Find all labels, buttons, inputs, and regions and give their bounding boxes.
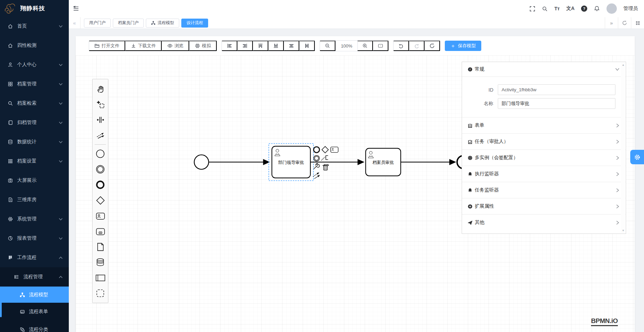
align-right-button[interactable] xyxy=(237,41,253,51)
name-input[interactable] xyxy=(498,98,615,109)
section-title: 任务（审批人） xyxy=(475,138,613,145)
gear-icon xyxy=(8,216,13,222)
align-center-vertical-button[interactable] xyxy=(299,41,315,51)
sidebar-item-label: 档案检索 xyxy=(17,100,55,106)
append-task-icon[interactable] xyxy=(331,147,338,153)
sidebar-item-four-check[interactable]: 四性检测 xyxy=(0,36,69,55)
user-task-node-archivist[interactable]: 档案员审批 xyxy=(366,148,401,176)
notification-bell-icon[interactable] xyxy=(594,6,600,12)
restart-button[interactable] xyxy=(425,41,440,51)
translate-icon[interactable]: 文A xyxy=(566,6,575,12)
append-gateway-icon[interactable] xyxy=(322,146,329,153)
data-store-shape[interactable] xyxy=(93,255,108,270)
start-event-node[interactable] xyxy=(194,155,209,169)
layout-grid-button[interactable] xyxy=(631,17,644,29)
scroll-up-icon[interactable]: ▲ xyxy=(622,63,625,66)
tabs-scroll-right-button[interactable]: » xyxy=(605,17,618,29)
sidebar-item-home[interactable]: 首页 xyxy=(0,17,69,36)
subprocess-shape[interactable] xyxy=(93,224,108,239)
hand-tool-icon[interactable] xyxy=(93,81,108,96)
sidebar-item-big-screen[interactable]: 大屏展示 xyxy=(0,171,69,190)
refresh-tab-button[interactable] xyxy=(618,17,631,29)
sidebar-item-personal-center[interactable]: 个人中心 xyxy=(0,55,69,74)
download-file-button[interactable]: 下载文件 xyxy=(125,41,162,51)
zoom-in-button[interactable] xyxy=(357,41,373,51)
panel-section-multi-instance[interactable]: 多实例（会签配置） xyxy=(462,149,626,166)
sidebar-item-archive-settings[interactable]: 档案设置 xyxy=(0,152,69,171)
fullscreen-icon[interactable] xyxy=(529,6,535,12)
simulate-button[interactable]: 模拟 xyxy=(189,41,217,51)
panel-scrollbar[interactable]: ▲ ▼ xyxy=(621,62,625,233)
sidebar-item-process-category[interactable]: 流程分类 xyxy=(0,321,69,332)
gateway-shape[interactable] xyxy=(93,193,108,208)
append-end-event-icon[interactable] xyxy=(314,147,320,153)
panel-section-other[interactable]: 其他 xyxy=(462,214,626,230)
panel-section-form[interactable]: 表单 xyxy=(462,117,626,133)
tab-user-portal[interactable]: 用户门户 xyxy=(84,19,111,28)
font-size-icon[interactable]: Tт xyxy=(554,6,559,11)
panel-section-general[interactable]: 常规 xyxy=(462,62,626,76)
undo-button[interactable] xyxy=(394,41,409,51)
zoom-out-button[interactable] xyxy=(320,41,335,51)
avatar[interactable] xyxy=(607,3,617,14)
tabs-scroll-left-button[interactable]: « xyxy=(69,17,80,29)
id-input[interactable] xyxy=(498,84,615,95)
save-model-button[interactable]: ＋ 保存模型 xyxy=(445,41,481,51)
sidebar-item-workflow[interactable]: 工作流程 xyxy=(0,248,69,267)
trash-delete-icon[interactable] xyxy=(323,165,329,170)
sidebar-item-data-statistics[interactable]: 数据统计 xyxy=(0,132,69,152)
sidebar-item-filing-management[interactable]: 归档管理 xyxy=(0,113,69,132)
sidebar-item-archive-search[interactable]: 档案检索 xyxy=(0,94,69,113)
align-bottom-button[interactable] xyxy=(268,41,284,51)
lasso-tool-icon[interactable] xyxy=(93,96,108,112)
panel-section-extended-properties[interactable]: 扩展属性 xyxy=(462,198,626,214)
sidebar-scrollbar-thumb[interactable] xyxy=(0,288,2,317)
collapse-sidebar-icon[interactable] xyxy=(73,6,79,12)
group-shape[interactable] xyxy=(93,286,108,301)
data-object-shape[interactable] xyxy=(93,239,108,255)
bpmn-io-watermark[interactable]: BPMN.iO xyxy=(591,317,618,326)
database-icon xyxy=(8,139,13,145)
align-top-button[interactable] xyxy=(253,41,268,51)
top-header: Tт 文A ? 管理员 xyxy=(69,0,644,17)
user-name[interactable]: 管理员 xyxy=(623,6,638,12)
sidebar-item-archive-management[interactable]: 档案管理 xyxy=(0,74,69,94)
align-left-button[interactable] xyxy=(222,41,237,51)
bpmn-canvas[interactable]: 部门领导审批 xyxy=(76,55,635,332)
help-icon[interactable]: ? xyxy=(581,6,587,12)
align-center-horizontal-button[interactable] xyxy=(284,41,299,51)
panel-section-task-assignee[interactable]: 任务（审批人） xyxy=(462,133,626,149)
global-connect-tool-icon[interactable] xyxy=(93,127,108,143)
open-file-button[interactable]: 打开文件 xyxy=(89,41,125,51)
wrench-change-type-icon[interactable] xyxy=(314,163,320,169)
tab-process-model[interactable]: 流程模型 xyxy=(146,19,179,28)
end-event-shape[interactable] xyxy=(93,177,108,193)
sidebar-item-report-management[interactable]: 报表管理 xyxy=(0,229,69,248)
tab-design-process[interactable]: 设计流程 xyxy=(181,19,208,28)
redo-button[interactable] xyxy=(409,41,425,51)
participant-pool-shape[interactable] xyxy=(93,270,108,286)
panel-section-task-listener[interactable]: 任务监听器 xyxy=(462,182,626,198)
append-intermediate-event-icon[interactable] xyxy=(314,155,320,161)
user-task-shape[interactable] xyxy=(93,208,108,224)
sidebar-item-system-management[interactable]: 系统管理 xyxy=(0,209,69,229)
sidebar-item-process-form[interactable]: 流程表单 xyxy=(0,303,69,321)
tab-archivist-portal[interactable]: 档案员门户 xyxy=(113,19,144,28)
intermediate-event-shape[interactable] xyxy=(93,162,108,177)
preview-button[interactable]: 浏览 xyxy=(162,41,189,51)
connect-tool-icon[interactable] xyxy=(313,173,320,179)
sidebar-item-process-management[interactable]: 流程管理 xyxy=(0,267,69,287)
search-icon[interactable] xyxy=(542,6,548,12)
append-text-annotation-icon[interactable] xyxy=(321,156,328,160)
search-icon xyxy=(8,101,13,106)
space-tool-icon[interactable] xyxy=(93,112,108,127)
sidebar-menu: 首页 四性检测 个人中心 档案管理 档案检索 归档管理 xyxy=(0,17,69,332)
scroll-down-icon[interactable]: ▼ xyxy=(622,229,625,232)
user-task-node-dept-leader[interactable]: 部门领导审批 xyxy=(272,146,310,178)
panel-section-execution-listener[interactable]: 执行监听器 xyxy=(462,166,626,182)
sidebar-item-process-model[interactable]: 流程模型 xyxy=(0,287,69,303)
settings-drawer-handle[interactable] xyxy=(630,150,644,164)
start-event-shape[interactable] xyxy=(93,146,108,162)
sidebar-item-3d-warehouse[interactable]: 三维库房 xyxy=(0,190,69,209)
fit-viewport-button[interactable] xyxy=(373,41,388,51)
